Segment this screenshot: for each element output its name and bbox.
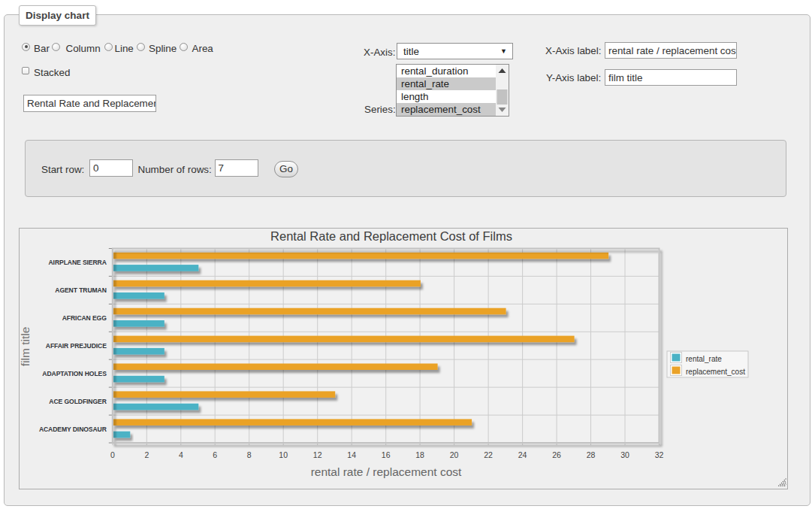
svg-text:rental rate / replacement cost: rental rate / replacement cost	[311, 465, 462, 478]
svg-text:ACADEMY DINOSAUR: ACADEMY DINOSAUR	[39, 426, 107, 433]
svg-text:ACE GOLDFINGER: ACE GOLDFINGER	[49, 398, 107, 405]
svg-text:6: 6	[213, 450, 217, 459]
svg-text:22: 22	[484, 450, 493, 459]
svg-text:AGENT TRUMAN: AGENT TRUMAN	[55, 286, 107, 294]
svg-text:18: 18	[415, 450, 424, 459]
svg-text:8: 8	[247, 450, 252, 459]
svg-text:12: 12	[313, 450, 322, 459]
svg-text:14: 14	[347, 450, 356, 459]
svg-text:2: 2	[144, 450, 149, 459]
svg-text:20: 20	[450, 450, 459, 459]
svg-text:rental_rate: rental_rate	[686, 355, 722, 363]
svg-text:10: 10	[279, 450, 288, 459]
svg-text:26: 26	[552, 450, 561, 459]
svg-text:32: 32	[655, 450, 664, 459]
svg-text:Rental Rate and Replacement Co: Rental Rate and Replacement Cost of Film…	[270, 229, 512, 243]
svg-text:replacement_cost: replacement_cost	[686, 368, 745, 376]
svg-text:AFRICAN EGG: AFRICAN EGG	[62, 314, 107, 322]
svg-text:24: 24	[518, 450, 527, 459]
svg-text:AFFAIR PREJUDICE: AFFAIR PREJUDICE	[46, 342, 107, 350]
svg-text:16: 16	[382, 450, 391, 459]
svg-text:0: 0	[110, 450, 115, 459]
svg-text:ADAPTATION HOLES: ADAPTATION HOLES	[42, 370, 107, 377]
svg-text:AIRPLANE SIERRA: AIRPLANE SIERRA	[49, 259, 107, 266]
svg-text:28: 28	[587, 450, 596, 459]
svg-text:4: 4	[179, 450, 183, 459]
svg-text:30: 30	[620, 450, 629, 459]
